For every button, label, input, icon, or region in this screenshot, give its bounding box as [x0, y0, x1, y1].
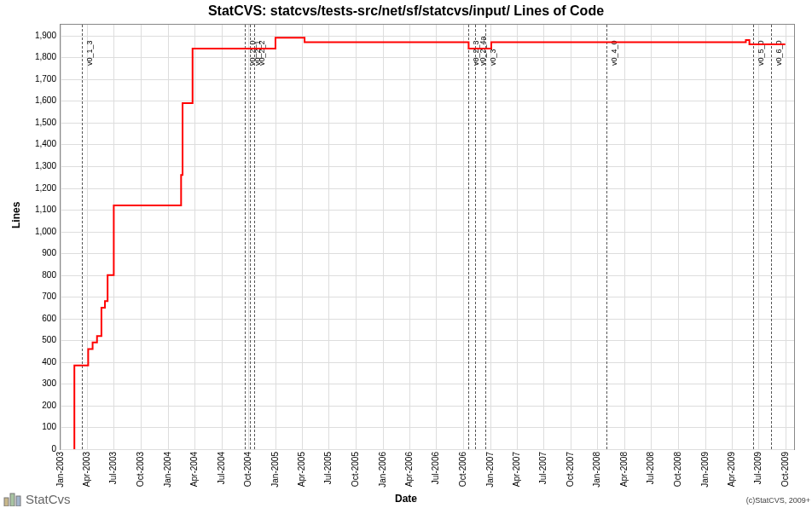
svg-rect-2	[16, 496, 20, 506]
y-tick-label: 100	[22, 422, 56, 431]
y-tick-label: 700	[22, 292, 56, 301]
x-tick-label: Jul-2005	[323, 452, 333, 484]
x-tick-label: Apr-2007	[511, 452, 520, 487]
x-tick-label: Oct-2004	[243, 452, 252, 487]
x-tick-label: Jul-2008	[646, 452, 655, 484]
x-tick-label: Jul-2006	[431, 452, 440, 484]
x-tick-label: Oct-2008	[672, 452, 682, 487]
y-tick-label: 900	[22, 248, 56, 257]
y-tick-label: 1,300	[22, 161, 56, 170]
y-tick-label: 600	[22, 313, 56, 322]
y-tick-label: 200	[22, 400, 56, 409]
y-tick-label: 1,500	[22, 117, 56, 126]
svg-rect-1	[10, 494, 14, 506]
x-tick-label: Jan-2005	[270, 452, 279, 488]
y-tick-label: 1,400	[22, 139, 56, 148]
x-tick-label: Oct-2006	[457, 452, 467, 487]
x-tick-label: Apr-2008	[618, 452, 628, 487]
x-tick-label: Apr-2005	[296, 452, 305, 487]
x-tick-label: Jan-2006	[377, 452, 386, 488]
y-tick-label: 1,200	[22, 182, 56, 192]
x-tick-label: Apr-2009	[726, 452, 735, 487]
x-tick-label: Oct-2005	[351, 452, 360, 487]
plot-area: v0_1_3v0_2_0v0_2_1v0_2_2v0_2_3v0_2_4av0_…	[60, 24, 795, 450]
x-tick-label: Jul-2009	[752, 452, 762, 484]
y-tick-label: 500	[22, 335, 56, 344]
footer-logo-text: StatCvs	[26, 492, 71, 506]
y-tick-label: 300	[22, 378, 56, 388]
y-tick-label: 1,700	[22, 73, 56, 83]
y-tick-label: 1,100	[22, 205, 56, 214]
svg-rect-0	[4, 498, 9, 506]
x-tick-label: Apr-2006	[403, 452, 413, 487]
x-tick-label: Jul-2007	[537, 452, 547, 484]
x-tick-label: Jan-2004	[162, 452, 171, 488]
x-tick-label: Jan-2008	[592, 452, 601, 488]
bars-icon	[3, 491, 24, 506]
y-tick-label: 1,900	[22, 30, 56, 39]
copyright-text: (c)StatCVS, 2009+	[746, 496, 810, 505]
y-tick-label: 0	[22, 444, 56, 453]
x-tick-label: Jan-2003	[55, 452, 65, 488]
x-tick-label: Jul-2004	[216, 452, 225, 484]
y-tick-label: 800	[22, 269, 56, 279]
y-tick-label: 400	[22, 356, 56, 366]
x-tick-label: Apr-2004	[189, 452, 199, 487]
y-tick-label: 1,000	[22, 226, 56, 235]
x-axis-label: Date	[0, 493, 812, 505]
y-axis-label: Lines	[10, 202, 22, 228]
chart-frame: StatCVS: statcvs/tests-src/net/sf/statcv…	[0, 0, 812, 508]
gridline-y	[61, 449, 794, 450]
footer-logo: StatCvs	[0, 489, 74, 508]
y-tick-label: 1,800	[22, 52, 56, 61]
x-tick-label: Oct-2003	[136, 452, 145, 487]
x-tick-label: Oct-2007	[565, 452, 574, 487]
x-tick-label: Jan-2007	[484, 452, 494, 488]
x-tick-label: Jul-2003	[108, 452, 118, 484]
x-tick-label: Jan-2009	[699, 452, 709, 488]
series-line	[61, 25, 794, 449]
chart-title: StatCVS: statcvs/tests-src/net/sf/statcv…	[0, 3, 812, 19]
y-tick-label: 1,600	[22, 95, 56, 105]
x-tick-label: Oct-2009	[780, 452, 789, 487]
x-tick-label: Apr-2003	[82, 452, 91, 487]
